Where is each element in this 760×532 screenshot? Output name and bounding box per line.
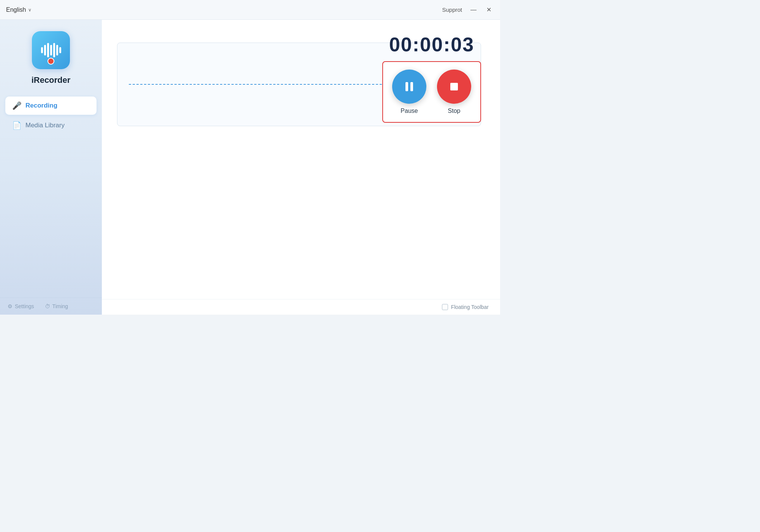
- svg-rect-0: [405, 82, 408, 91]
- close-button[interactable]: ✕: [483, 5, 494, 15]
- clock-icon: ⏱: [45, 303, 50, 309]
- sidebar: iRecorder 🎤 Recording 📄 Media Library ⚙ …: [0, 20, 102, 315]
- support-label: Supprot: [442, 6, 462, 13]
- pause-icon: [402, 80, 416, 93]
- settings-icon: ⚙: [8, 303, 13, 309]
- recording-nav-label: Recording: [25, 102, 57, 109]
- wave-bar-1: [41, 47, 43, 53]
- record-dot: [48, 58, 54, 65]
- wave-bar-7: [59, 47, 61, 53]
- app-icon: [32, 31, 70, 69]
- sidebar-item-recording[interactable]: 🎤 Recording: [5, 97, 97, 115]
- floating-toolbar-label: Floating Toolbar: [451, 304, 489, 310]
- pause-button[interactable]: [392, 70, 426, 104]
- control-panel: Pause Stop: [382, 61, 481, 123]
- wave-bar-4: [50, 45, 52, 55]
- title-bar-left: English ∨: [6, 6, 32, 13]
- app-name-label: iRecorder: [32, 75, 71, 85]
- settings-label: Settings: [15, 303, 34, 309]
- wave-bar-3: [47, 43, 49, 57]
- main-content: 00:00:03 Pause: [102, 20, 500, 315]
- svg-rect-1: [410, 82, 413, 91]
- sidebar-bottom: ⚙ Settings ⏱ Timing: [0, 298, 102, 315]
- stop-button-wrapper: Stop: [437, 70, 471, 114]
- support-link[interactable]: Supprot: [442, 6, 462, 13]
- pause-label: Pause: [401, 108, 418, 114]
- timer-display: 00:00:03: [389, 33, 474, 56]
- title-bar: English ∨ Supprot — ✕: [0, 0, 500, 20]
- bottom-bar: Floating Toolbar: [102, 299, 500, 315]
- minimize-button[interactable]: —: [468, 5, 479, 15]
- stop-button[interactable]: [437, 70, 471, 104]
- pause-button-wrapper: Pause: [392, 70, 426, 114]
- title-bar-right: Supprot — ✕: [442, 5, 494, 15]
- stop-label: Stop: [448, 108, 461, 114]
- floating-toolbar-checkbox[interactable]: [442, 304, 448, 310]
- media-library-nav-label: Media Library: [25, 122, 65, 129]
- sidebar-item-media-library[interactable]: 📄 Media Library: [5, 116, 97, 135]
- timing-label: Timing: [52, 303, 68, 309]
- app-body: iRecorder 🎤 Recording 📄 Media Library ⚙ …: [0, 20, 500, 315]
- wave-bar-6: [56, 45, 58, 55]
- window-controls: — ✕: [468, 5, 494, 15]
- language-selector[interactable]: English ∨: [6, 6, 32, 13]
- language-label: English: [6, 6, 26, 13]
- wave-bar-5: [53, 43, 55, 57]
- timing-item[interactable]: ⏱ Timing: [45, 303, 68, 309]
- wave-bar-2: [44, 45, 46, 55]
- microphone-icon: 🎤: [12, 101, 22, 110]
- settings-item[interactable]: ⚙ Settings: [8, 303, 34, 309]
- sidebar-nav: 🎤 Recording 📄 Media Library: [0, 97, 102, 135]
- svg-rect-2: [450, 83, 458, 90]
- waveform-icon: [41, 43, 61, 58]
- document-icon: 📄: [12, 121, 22, 130]
- controls-area: 00:00:03 Pause: [382, 33, 481, 123]
- stop-icon: [447, 80, 461, 93]
- chevron-down-icon: ∨: [28, 7, 32, 13]
- floating-toolbar-checkbox-wrapper[interactable]: Floating Toolbar: [442, 304, 489, 310]
